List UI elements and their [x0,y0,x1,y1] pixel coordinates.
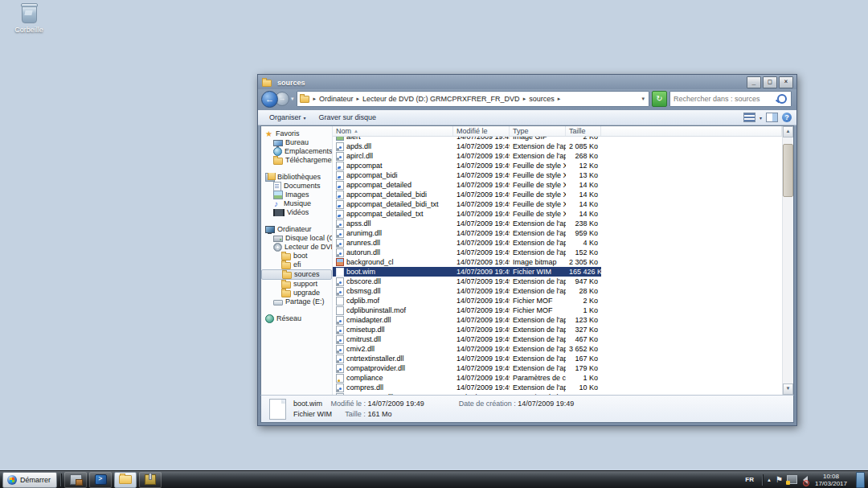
minimize-button[interactable]: _ [747,76,761,88]
sidebar-item-disque-local-c-[interactable]: Disque local (C:) [261,234,332,243]
file-row[interactable]: apds.dll14/07/2009 19:49Extension de l'a… [333,141,601,151]
sidebar-item-r-seau[interactable]: Réseau [261,314,332,323]
file-name: boot.wim [346,267,375,277]
file-row[interactable]: appcompat_detailed_txt14/07/2009 19:49Fe… [333,209,601,219]
sidebar-item-label: Bureau [285,138,309,147]
file-modified-cell: 14/07/2009 19:49 [453,315,510,325]
address-history-dropdown-icon[interactable]: ▾ [640,96,646,102]
views-chevron-down-icon[interactable]: ▾ [760,115,762,121]
file-row[interactable]: arunres.dll14/07/2009 19:49Extension de … [333,238,601,248]
scrollbar-thumb[interactable] [783,144,793,197]
scrollbar-track[interactable] [783,197,793,383]
file-row[interactable]: cbsmsg.dll14/07/2009 19:49Extension de l… [333,286,601,296]
file-row[interactable]: autorun.dll14/07/2009 19:49Extension de … [333,248,601,257]
network-status-icon[interactable] [787,475,797,484]
scroll-down-button[interactable]: ▼ [783,383,793,395]
documents-icon [273,182,281,191]
file-row[interactable]: background_cl14/07/2009 19:49Image bitma… [333,257,601,267]
file-size-cell: 2 305 Ko [566,257,601,267]
file-row[interactable]: compliance14/07/2009 19:49Paramètres de … [333,373,601,383]
file-row[interactable]: compatprovider.dll14/07/2009 19:49Extens… [333,363,601,373]
recycle-bin[interactable]: Corbeille [6,5,51,34]
change-view-button[interactable] [743,113,755,122]
organize-button[interactable]: Organiser ▾ [263,112,313,123]
column-header-taille[interactable]: Taille [566,126,601,136]
taskbar-buttons: > [64,472,162,488]
scroll-up-button[interactable]: ▲ [783,126,793,137]
sidebar-item-musique[interactable]: Musique [261,199,332,208]
file-row[interactable]: cntrtextinstaller.dll14/07/2009 19:49Ext… [333,354,601,363]
sidebar-item-images[interactable]: Images [261,191,332,199]
sidebar-item-vid-os[interactable]: Vidéos [261,208,332,217]
sidebar-item-bureau[interactable]: Bureau [261,138,332,147]
title-bar[interactable]: sources _ □ × [258,75,796,89]
file-row[interactable]: compres.dll14/07/2009 19:49Extension de … [333,383,601,392]
search-box[interactable] [669,91,792,107]
sidebar-item-support[interactable]: support [261,280,332,289]
back-button[interactable]: ← [261,91,278,108]
recent-pages-dropdown-icon[interactable]: ▾ [291,96,294,102]
file-row[interactable]: cdplib.mof14/07/2009 19:49Fichier MOF2 K… [333,296,601,306]
sidebar-item-efi[interactable]: efi [261,260,332,269]
command-bar: Organiser ▾ Graver sur disque ▾ ? [258,110,796,125]
hidden-icons-button[interactable]: ▲ [767,478,772,482]
file-row[interactable]: cmiv2.dll14/07/2009 19:49Extension de l'… [333,344,601,354]
sidebar-item-upgrade[interactable]: upgrade [261,289,332,297]
sidebar-item-lecteur-de-dvd-d-g[interactable]: Lecteur de DVD (D:) G [261,243,332,252]
sidebar-item-ordinateur[interactable]: Ordinateur [261,225,332,234]
file-row[interactable]: apircl.dll14/07/2009 19:49Extension de l… [333,151,601,161]
breadcrumb-item[interactable]: Ordinateur [317,95,355,103]
sidebar-item-label: support [293,280,317,289]
file-row[interactable]: cmisetup.dll14/07/2009 19:49Extension de… [333,325,601,334]
sidebar-item-emplacements-r-cents[interactable]: Emplacements récents [261,147,332,156]
maximize-button[interactable]: □ [763,76,777,88]
file-row[interactable]: appcompat_bidi14/07/2009 19:49Feuille de… [333,170,601,180]
file-row[interactable]: boot.wim14/07/2009 19:49Fichier WIM165 4… [333,267,601,277]
file-row[interactable]: appcompat_detailed14/07/2009 19:49Feuill… [333,180,601,190]
file-row[interactable]: appcompat_detailed_bidi_txt14/07/2009 19… [333,199,601,209]
file-row[interactable]: cmiadapter.dll14/07/2009 19:49Extension … [333,315,601,325]
breadcrumb[interactable]: ▸Ordinateur▸Lecteur de DVD (D:) GRMCPRXF… [297,91,649,107]
burn-disc-button[interactable]: Graver sur disque [313,112,383,123]
close-button[interactable]: × [779,76,793,88]
breadcrumb-item[interactable]: sources [527,95,556,103]
breadcrumb-item[interactable]: Lecteur de DVD (D:) GRMCPRXFRER_FR_DVD [361,95,522,103]
vertical-scrollbar[interactable]: ▲ ▼ [782,126,793,395]
clock[interactable]: 10:08 17/03/2017 [812,473,850,487]
column-header-modifi-le[interactable]: Modifié le [453,126,510,136]
file-row[interactable]: arunimg.dll14/07/2009 19:49Extension de … [333,228,601,238]
language-indicator[interactable]: FR [741,474,758,486]
volume-muted-icon[interactable] [803,476,808,484]
action-center-flag-icon[interactable]: ⚑ [776,476,783,484]
sidebar-item-sources[interactable]: sources [261,269,332,280]
start-button[interactable]: Démarrer [2,472,57,488]
sidebar-item-documents[interactable]: Documents [261,182,332,191]
sidebar-item-t-l-chargements[interactable]: Téléchargements [261,156,332,165]
taskbar-button-powershell[interactable]: > [89,472,112,488]
file-row[interactable]: cbscore.dll14/07/2009 19:49Extension de … [333,277,601,286]
sidebar-item-biblioth-ques[interactable]: Bibliothèques [261,173,332,182]
file-name: cmitrust.dll [346,334,381,344]
selected-file-icon [269,399,286,420]
search-icon[interactable] [777,94,787,104]
show-desktop-button[interactable] [856,472,865,488]
file-row[interactable]: cdplibuninstall.mof14/07/2009 19:49Fichi… [333,306,601,315]
search-input[interactable] [670,95,777,103]
preview-pane-button[interactable] [766,113,778,122]
taskbar-button-server-manager[interactable] [64,472,87,488]
file-row[interactable]: appcompat14/07/2009 19:49Feuille de styl… [333,161,601,170]
file-row[interactable]: appcompat_detailed_bidi14/07/2009 19:49F… [333,190,601,199]
file-row[interactable]: apss.dll14/07/2009 19:49Extension de l'a… [333,219,601,228]
column-header-type[interactable]: Type [510,126,566,136]
help-button[interactable]: ? [782,113,792,122]
file-row[interactable]: cmitrust.dll14/07/2009 19:49Extension de… [333,334,601,344]
taskbar-button-explorer-folder[interactable] [114,472,137,488]
taskbar-button-admin-tools[interactable] [139,472,162,488]
file-size-cell: 14 Ko [566,209,601,219]
sidebar-item-label: Réseau [276,314,301,323]
refresh-button[interactable]: ↻ [652,91,667,107]
column-header-nom[interactable]: Nom▲ [333,126,453,136]
sidebar-item-boot[interactable]: boot [261,252,332,260]
sidebar-item-partage-e-[interactable]: Partage (E:) [261,297,332,306]
sidebar-item-favoris[interactable]: Favoris [261,129,332,138]
